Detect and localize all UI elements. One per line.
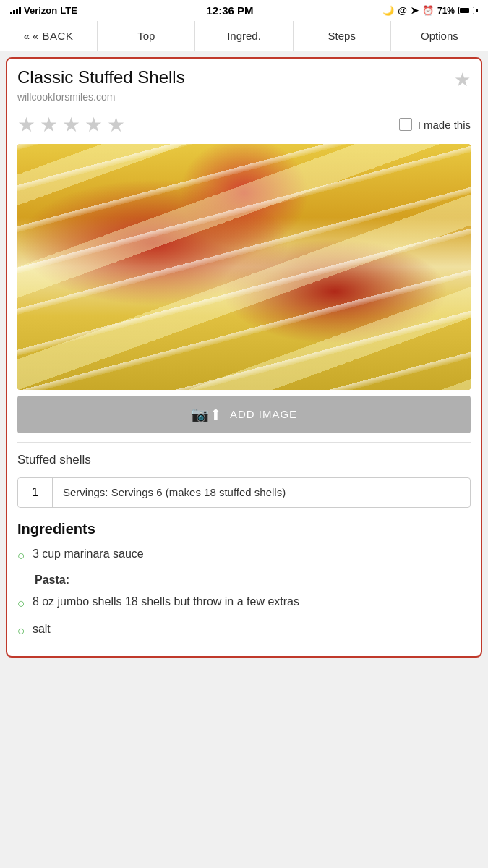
at-icon: @: [398, 5, 407, 16]
star-1[interactable]: ★: [17, 113, 35, 137]
tab-top-label: Top: [137, 30, 155, 42]
battery-label: 71%: [437, 6, 455, 16]
camera-upload-icon: 📷⬆: [191, 406, 223, 423]
ingredient-item: ○ 8 oz jumbo shells 18 shells but throw …: [17, 594, 471, 613]
ingredient-bullet-icon: ○: [17, 595, 25, 613]
recipe-source: willcookforsmiles.com: [17, 91, 185, 103]
recipe-image: [17, 144, 471, 390]
ingredient-bullet-icon: ○: [17, 547, 25, 565]
tab-steps-label: Steps: [328, 30, 356, 42]
made-this-row: I made this: [399, 118, 471, 131]
rating-row: ★ ★ ★ ★ ★ I made this: [7, 109, 481, 144]
favorite-star-button[interactable]: ★: [454, 69, 471, 91]
recipe-description: Stuffed shells: [7, 443, 481, 473]
servings-number[interactable]: 1: [18, 478, 53, 507]
ingredient-subheading: Pasta:: [35, 574, 471, 587]
star-2[interactable]: ★: [40, 113, 58, 137]
servings-text: Servings: Servings 6 (makes 18 stuffed s…: [53, 479, 470, 506]
ingredient-item: ○ salt: [17, 621, 471, 640]
recipe-header: Classic Stuffed Shells willcookforsmiles…: [7, 59, 481, 109]
back-button[interactable]: « « BACK: [0, 21, 98, 51]
tab-steps[interactable]: Steps: [294, 21, 391, 51]
ingredient-bullet-icon: ○: [17, 622, 25, 640]
carrier-label: Verizon: [24, 5, 57, 16]
back-label: « BACK: [33, 30, 73, 42]
star-5[interactable]: ★: [107, 113, 125, 137]
star-4[interactable]: ★: [85, 113, 103, 137]
recipe-title: Classic Stuffed Shells: [17, 67, 185, 88]
alarm-icon: ⏰: [422, 5, 434, 16]
status-left: Verizon LTE: [10, 5, 77, 16]
food-image-container: [17, 144, 471, 390]
star-rating[interactable]: ★ ★ ★ ★ ★: [17, 113, 125, 137]
ingredient-text: 8 oz jumbo shells 18 shells but throw in…: [33, 594, 299, 610]
tab-options[interactable]: Options: [391, 21, 488, 51]
moon-icon: 🌙: [382, 5, 394, 16]
star-3[interactable]: ★: [62, 113, 80, 137]
servings-row: 1 Servings: Servings 6 (makes 18 stuffed…: [17, 477, 471, 508]
signal-bars: [10, 7, 21, 14]
recipe-card: Classic Stuffed Shells willcookforsmiles…: [6, 57, 482, 658]
tab-options-label: Options: [421, 30, 458, 42]
add-image-button[interactable]: 📷⬆ ADD IMAGE: [17, 396, 471, 433]
add-image-label: ADD IMAGE: [230, 408, 297, 420]
recipe-title-block: Classic Stuffed Shells willcookforsmiles…: [17, 67, 185, 103]
time-display: 12:36 PM: [207, 4, 254, 17]
back-chevron-icon: «: [24, 30, 30, 42]
ingredients-title: Ingredients: [17, 521, 471, 537]
ingredient-item: ○ 3 cup marinara sauce: [17, 546, 471, 565]
made-this-label: I made this: [418, 119, 471, 131]
tab-top[interactable]: Top: [98, 21, 195, 51]
status-bar: Verizon LTE 12:36 PM 🌙 @ ➤ ⏰ 71%: [0, 0, 488, 21]
made-this-checkbox[interactable]: [399, 118, 412, 131]
nav-tabs: « « BACK Top Ingred. Steps Options: [0, 21, 488, 51]
tab-ingredients-label: Ingred.: [227, 30, 261, 42]
battery-icon: [458, 7, 478, 14]
status-right: 🌙 @ ➤ ⏰ 71%: [382, 5, 478, 16]
tab-ingredients[interactable]: Ingred.: [195, 21, 293, 51]
ingredients-section: Ingredients ○ 3 cup marinara sauce Pasta…: [7, 518, 481, 657]
network-label: LTE: [60, 5, 77, 16]
ingredient-text: salt: [33, 621, 51, 637]
ingredient-text: 3 cup marinara sauce: [33, 546, 144, 562]
location-icon: ➤: [411, 5, 419, 16]
